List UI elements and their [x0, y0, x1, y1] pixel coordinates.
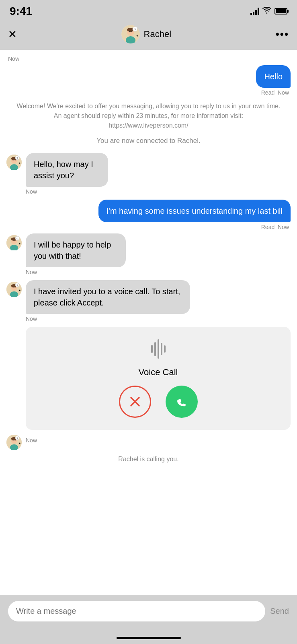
- wifi-icon: [262, 7, 271, 16]
- bubble-help: I will be happy to help you with that!: [26, 233, 126, 267]
- wave-bar-3: [158, 339, 159, 359]
- signal-icon: [250, 8, 259, 15]
- svg-text:?: ?: [16, 237, 18, 240]
- chat-area: Now Hello Read Now Welcome! We're excite…: [0, 50, 297, 595]
- svg-point-13: [13, 160, 14, 161]
- read-receipt-hello: Read Now: [261, 89, 291, 96]
- svg-text:?: ?: [134, 28, 136, 31]
- outgoing-billing: I'm having some issues understanding my …: [0, 198, 297, 232]
- bubble-greet: Hello, how may I assist you?: [26, 153, 108, 187]
- svg-point-43: [15, 440, 16, 441]
- agent-name: Rachel: [144, 29, 171, 39]
- status-bar: 9:41: [0, 0, 297, 21]
- svg-point-31: [13, 287, 14, 288]
- svg-text:?: ?: [16, 157, 18, 160]
- wave-bar-4: [161, 343, 162, 355]
- svg-text:✦: ✦: [18, 442, 21, 445]
- svg-point-5: [131, 31, 132, 32]
- agent-avatar-sm-2: ? ✦: [6, 235, 22, 250]
- close-button[interactable]: ✕: [8, 29, 17, 39]
- header-center: ? ✦ Rachel: [121, 25, 171, 43]
- svg-point-4: [129, 31, 129, 32]
- agent-avatar-sm-1: ? ✦: [6, 155, 22, 170]
- message-input[interactable]: [8, 601, 265, 621]
- battery-icon: [274, 8, 287, 14]
- timestamp-help: Now: [26, 267, 169, 277]
- read-receipt-billing: Read Now: [261, 224, 291, 230]
- agent-avatar: ? ✦: [121, 25, 140, 43]
- svg-text:✦: ✦: [18, 242, 21, 245]
- system-message: Welcome! We're excited to offer you mess…: [0, 97, 297, 134]
- wave-bar-2: [154, 342, 156, 356]
- chat-header: ✕ ? ✦ Rachel •••: [0, 21, 297, 50]
- svg-point-23: [15, 240, 16, 241]
- incoming-greet: ? ✦ Hello, how may I assist you? Now: [0, 151, 297, 198]
- incoming-help: ? ✦ I will be happy to help you with tha…: [0, 232, 297, 279]
- bubble-hello: Hello: [256, 65, 291, 88]
- send-button[interactable]: Send: [270, 607, 289, 616]
- svg-text:?: ?: [16, 437, 18, 440]
- timestamp-voice-call: Now: [26, 433, 37, 444]
- svg-text:✦: ✦: [18, 289, 21, 292]
- wave-bar-1: [151, 345, 153, 353]
- svg-point-14: [15, 160, 16, 161]
- voice-call-label: Voice Call: [139, 367, 178, 378]
- waveform: [151, 339, 166, 359]
- outgoing-hello: Hello Read Now: [0, 64, 297, 97]
- incoming-voice-invite: ? ✦ I have invited you to a voice call. …: [0, 279, 297, 325]
- voice-call-avatar-row: ? ✦ Now: [0, 431, 297, 452]
- voice-call-row: Voice Call: [0, 325, 297, 431]
- timestamp-greet: Now: [26, 187, 143, 196]
- call-buttons: [119, 386, 198, 418]
- home-bar: [117, 637, 181, 639]
- more-button[interactable]: •••: [276, 28, 289, 41]
- bubble-billing: I'm having some issues understanding my …: [98, 200, 291, 222]
- accept-button[interactable]: [166, 386, 198, 418]
- svg-text:✦: ✦: [136, 34, 139, 38]
- agent-avatar-sm-4: ? ✦: [6, 435, 22, 450]
- timestamp-voice-invite: Now: [26, 314, 260, 324]
- svg-text:?: ?: [16, 284, 18, 287]
- svg-point-42: [13, 440, 14, 441]
- svg-text:✦: ✦: [18, 162, 21, 165]
- decline-button[interactable]: [119, 386, 151, 418]
- svg-point-32: [15, 287, 16, 288]
- svg-point-22: [13, 240, 14, 241]
- agent-avatar-sm-3: ? ✦: [6, 282, 22, 297]
- home-indicator: [0, 634, 297, 644]
- connected-notice: You are now connected to Rachel.: [0, 134, 297, 151]
- bubble-voice-invite: I have invited you to a voice call. To s…: [26, 280, 190, 314]
- voice-call-card: Voice Call: [26, 327, 291, 430]
- status-icons: [250, 7, 287, 16]
- status-time: 9:41: [10, 5, 32, 18]
- wave-bar-5: [164, 345, 166, 353]
- input-area: Send: [0, 595, 297, 634]
- timestamp-now-1: Now: [0, 54, 297, 64]
- calling-notice: Rachel is calling you.: [0, 452, 297, 465]
